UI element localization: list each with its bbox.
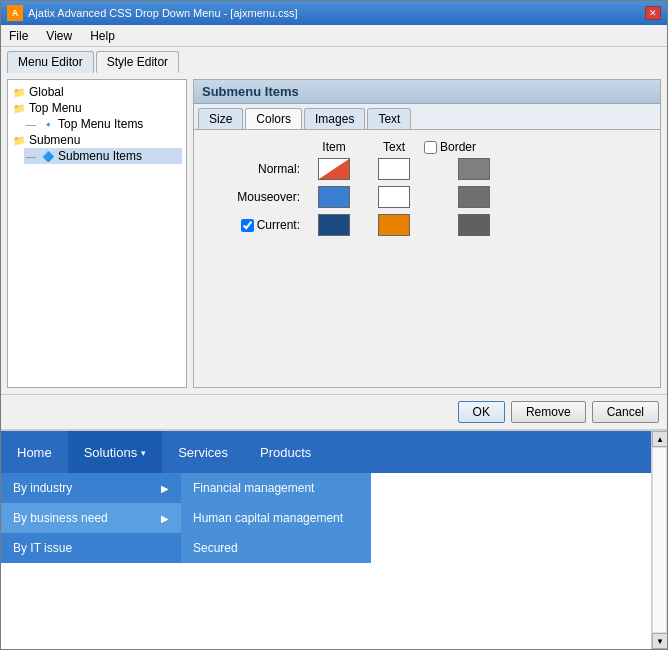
dropdown-item-business-need[interactable]: By business need ▶	[1, 503, 181, 533]
tree-item-submenu-items[interactable]: — 🔷 Submenu Items	[24, 148, 182, 164]
view-menu[interactable]: View	[42, 28, 76, 44]
folder-icon: 📁	[12, 85, 26, 99]
tree-panel: 📁 Global 📁 Top Menu — 🔹 Top Menu Items 📁…	[7, 79, 187, 388]
tree-label-submenu-items: Submenu Items	[58, 149, 142, 163]
folder-icon: 📁	[12, 133, 26, 147]
swatch-current-text[interactable]	[364, 214, 424, 236]
window-title: Ajatix Advanced CSS Drop Down Menu - [aj…	[28, 7, 298, 19]
dropdown-item-it-issue[interactable]: By IT issue	[1, 533, 181, 563]
preview-area: Home Solutions ▾ Services Products By in…	[1, 429, 667, 649]
scrollbar: ▲ ▼	[651, 431, 667, 649]
dropdown-col1: By industry ▶ By business need ▶ By IT i…	[1, 473, 181, 563]
tab-colors[interactable]: Colors	[245, 108, 302, 129]
main-window: A Ajatix Advanced CSS Drop Down Menu - […	[0, 0, 668, 650]
scroll-up-button[interactable]: ▲	[652, 431, 667, 447]
swatch-mouseover-text[interactable]	[364, 186, 424, 208]
swatch-mouseover-border[interactable]	[424, 186, 514, 208]
arrow-right-icon: ▶	[161, 483, 169, 494]
panel-body: Item Text Border Normal:	[194, 130, 660, 387]
dash-icon: —	[24, 149, 38, 163]
swatch-current-border[interactable]	[424, 214, 514, 236]
file-menu[interactable]: File	[5, 28, 32, 44]
tree-item-global[interactable]: 📁 Global	[12, 84, 182, 100]
tree-item-topmenu[interactable]: 📁 Top Menu	[12, 100, 182, 116]
color-swatch-current-text[interactable]	[378, 214, 410, 236]
tab-style-editor[interactable]: Style Editor	[96, 51, 179, 73]
cancel-button[interactable]: Cancel	[592, 401, 659, 423]
tab-menu-editor[interactable]: Menu Editor	[7, 51, 94, 73]
dropdown-col2: Financial management Human capital manag…	[181, 473, 371, 563]
tree-label-global: Global	[29, 85, 64, 99]
swatch-normal-text[interactable]	[364, 158, 424, 180]
top-tabs: Menu Editor Style Editor	[1, 47, 667, 73]
tab-images[interactable]: Images	[304, 108, 365, 129]
nav-services[interactable]: Services	[162, 431, 244, 473]
tab-text[interactable]: Text	[367, 108, 411, 129]
label-mouseover: Mouseover:	[214, 190, 304, 204]
dropdown-item-human-capital[interactable]: Human capital management	[181, 503, 371, 533]
close-button[interactable]: ✕	[645, 6, 661, 20]
dash-icon: —	[24, 117, 38, 131]
color-swatch-normal-item[interactable]	[318, 158, 350, 180]
dropdown-item-industry[interactable]: By industry ▶	[1, 473, 181, 503]
chevron-down-icon: ▾	[141, 448, 146, 458]
label-current: Current:	[214, 218, 304, 232]
border-checkbox[interactable]	[424, 141, 437, 154]
ok-button[interactable]: OK	[458, 401, 505, 423]
nav-products[interactable]: Products	[244, 431, 327, 473]
scroll-track[interactable]	[652, 447, 667, 633]
color-swatch-normal-border[interactable]	[458, 158, 490, 180]
color-swatch-mouseover-item[interactable]	[318, 186, 350, 208]
color-swatch-current-item[interactable]	[318, 214, 350, 236]
page-icon: 🔷	[41, 149, 55, 163]
help-menu[interactable]: Help	[86, 28, 119, 44]
dropdown-item-secured[interactable]: Secured	[181, 533, 371, 563]
tree-item-submenu[interactable]: 📁 Submenu	[12, 132, 182, 148]
tree-label-submenu: Submenu	[29, 133, 80, 147]
menu-bar: File View Help	[1, 25, 667, 47]
swatch-normal-item[interactable]	[304, 158, 364, 180]
nav-bar: Home Solutions ▾ Services Products	[1, 431, 651, 473]
page-icon: 🔹	[41, 117, 55, 131]
main-content: 📁 Global 📁 Top Menu — 🔹 Top Menu Items 📁…	[1, 73, 667, 394]
tree-label-topmenu: Top Menu	[29, 101, 82, 115]
color-swatch-normal-text[interactable]	[378, 158, 410, 180]
window-controls: ✕	[645, 6, 661, 20]
col-header-item: Item	[304, 140, 364, 154]
label-normal: Normal:	[214, 162, 304, 176]
dropdown-container: By industry ▶ By business need ▶ By IT i…	[1, 473, 651, 563]
title-bar: A Ajatix Advanced CSS Drop Down Menu - […	[1, 1, 667, 25]
nav-home[interactable]: Home	[1, 431, 68, 473]
colors-content: Item Text Border Normal:	[204, 140, 650, 236]
tree-item-topmenu-items[interactable]: — 🔹 Top Menu Items	[24, 116, 182, 132]
color-swatch-current-border[interactable]	[458, 214, 490, 236]
remove-button[interactable]: Remove	[511, 401, 586, 423]
panel-tabs: Size Colors Images Text	[194, 104, 660, 130]
dropdown-item-financial[interactable]: Financial management	[181, 473, 371, 503]
panel-title: Submenu Items	[194, 80, 660, 104]
arrow-right-icon: ▶	[161, 513, 169, 524]
swatch-current-item[interactable]	[304, 214, 364, 236]
right-panel: Submenu Items Size Colors Images Text It…	[193, 79, 661, 388]
current-checkbox[interactable]	[241, 219, 254, 232]
color-swatch-mouseover-text[interactable]	[378, 186, 410, 208]
app-icon: A	[7, 5, 23, 21]
title-bar-left: A Ajatix Advanced CSS Drop Down Menu - […	[7, 5, 298, 21]
nav-solutions[interactable]: Solutions ▾	[68, 431, 162, 473]
col-header-text: Text	[364, 140, 424, 154]
swatch-normal-border[interactable]	[424, 158, 514, 180]
color-swatch-mouseover-border[interactable]	[458, 186, 490, 208]
col-header-border: Border	[424, 140, 514, 154]
tree-label-topmenu-items: Top Menu Items	[58, 117, 143, 131]
swatch-mouseover-item[interactable]	[304, 186, 364, 208]
preview-content: Home Solutions ▾ Services Products By in…	[1, 431, 651, 649]
button-row: OK Remove Cancel	[1, 394, 667, 429]
folder-icon: 📁	[12, 101, 26, 115]
tab-size[interactable]: Size	[198, 108, 243, 129]
scroll-down-button[interactable]: ▼	[652, 633, 667, 649]
